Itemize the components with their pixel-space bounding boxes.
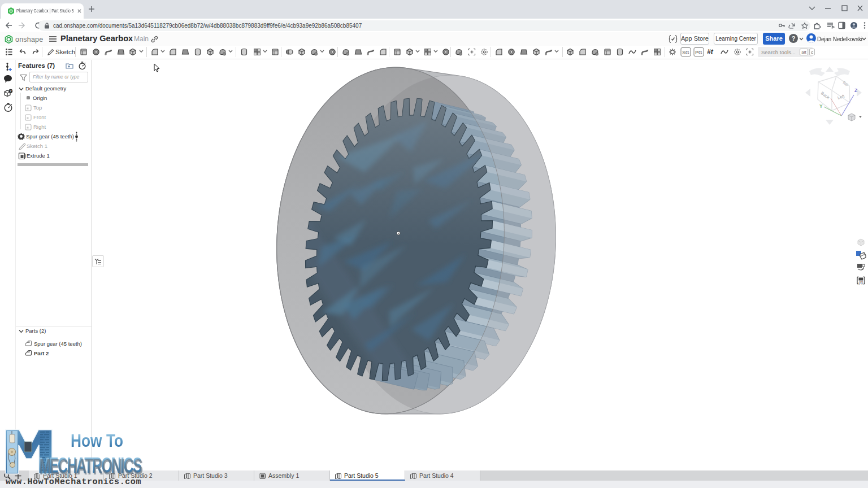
- svg-text:(x): (x): [858, 280, 863, 285]
- svg-text:SG: SG: [682, 50, 689, 55]
- svg-text:Sketch: Sketch: [55, 49, 75, 55]
- svg-text:PG: PG: [695, 50, 702, 55]
- svg-text:Z: Z: [854, 88, 857, 93]
- svg-text:#t: #t: [707, 48, 714, 56]
- svg-text:Y: Y: [819, 103, 823, 109]
